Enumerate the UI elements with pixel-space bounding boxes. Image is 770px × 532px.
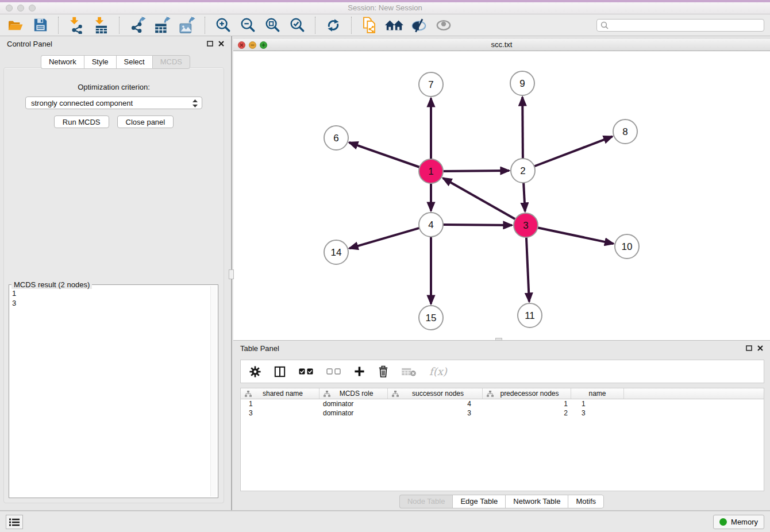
export-table-button[interactable] [152, 17, 172, 34]
deselect-all-button[interactable] [326, 368, 341, 375]
graph-node-14[interactable]: 14 [324, 240, 348, 264]
save-session-button[interactable] [30, 17, 50, 34]
tab-select[interactable]: Select [116, 55, 152, 69]
refresh-view-button[interactable] [324, 17, 343, 34]
criterion-select[interactable]: strongly connected component [25, 97, 202, 109]
show-all-button[interactable] [434, 17, 453, 34]
show-column-panel-button[interactable] [274, 366, 286, 377]
hide-eye-icon [411, 17, 427, 33]
result-scrollbar[interactable] [210, 286, 217, 496]
cell-predecessor-nodes[interactable]: 1 [483, 400, 571, 408]
cell-successor-nodes[interactable]: 3 [388, 409, 483, 417]
graph-node-9[interactable]: 9 [510, 71, 534, 95]
column-header-shared-name[interactable]: shared name [241, 388, 319, 399]
hide-selected-button[interactable] [409, 17, 429, 34]
cell-name[interactable]: 1 [571, 400, 624, 408]
tab-motifs[interactable]: Motifs [568, 495, 604, 508]
graph-edge-4-3[interactable] [443, 225, 512, 225]
graph-edge-1-2[interactable] [443, 171, 509, 171]
import-table-button[interactable] [91, 17, 111, 34]
graph-edge-3-10[interactable] [538, 228, 614, 244]
graph-node-7[interactable]: 7 [419, 72, 443, 97]
graph-edge-3-1[interactable] [443, 178, 515, 219]
search-input[interactable] [611, 21, 760, 29]
graph-edge-1-6[interactable] [349, 142, 420, 167]
float-panel-icon[interactable] [746, 345, 752, 351]
table-row[interactable]: 3 dominator 3 2 3 [241, 408, 764, 418]
tab-mcds[interactable]: MCDS [152, 55, 190, 69]
status-bar: Memory [0, 510, 770, 532]
sidebar-divider-handle[interactable] [229, 269, 234, 279]
graph-edge-2-3[interactable] [523, 183, 525, 211]
graph-node-4[interactable]: 4 [419, 213, 443, 237]
tab-network[interactable]: Network [41, 55, 84, 69]
open-session-button[interactable] [6, 17, 25, 34]
graph-node-3[interactable]: 3 [514, 213, 538, 237]
table-panel: Table Panel [233, 340, 770, 510]
graph-edge-2-8[interactable] [534, 137, 613, 167]
graph-node-1[interactable]: 1 [419, 159, 443, 183]
toolbar-search [596, 19, 764, 32]
graph-node-15[interactable]: 15 [419, 306, 443, 330]
tab-style[interactable]: Style [84, 55, 116, 69]
cell-shared-name[interactable]: 3 [241, 409, 319, 417]
graph-node-6[interactable]: 6 [324, 126, 348, 150]
export-image-icon [179, 17, 195, 34]
zoom-in-button[interactable] [213, 17, 233, 34]
zoom-selected-button[interactable] [287, 17, 307, 34]
graph-edge-3-11[interactable] [526, 237, 529, 302]
export-network-button[interactable] [128, 17, 147, 34]
graph-node-10[interactable]: 10 [615, 234, 639, 259]
column-header-successor-nodes[interactable]: successor nodes [388, 388, 483, 399]
show-eye-icon [436, 18, 452, 33]
cell-mcds-role[interactable]: dominator [319, 409, 388, 417]
column-header-mcds-role[interactable]: MCDS role [319, 388, 388, 399]
close-panel-icon[interactable] [218, 41, 224, 47]
tab-network-table[interactable]: Network Table [505, 495, 568, 508]
graph-node-2[interactable]: 2 [511, 159, 535, 183]
first-neighbors-button[interactable] [384, 17, 404, 34]
delete-column-button[interactable] [378, 365, 388, 377]
network-graph[interactable]: 7968124314101511 [233, 51, 770, 340]
graph-edge-4-14[interactable] [349, 228, 419, 248]
tab-edge-table[interactable]: Edge Table [452, 495, 505, 508]
table-settings-button[interactable] [249, 366, 261, 377]
close-panel-icon[interactable] [757, 345, 763, 351]
column-header-name[interactable]: name [571, 388, 624, 399]
checked-box-icon [299, 368, 305, 375]
network-window-title: scc.txt [233, 38, 770, 51]
import-network-button[interactable] [67, 17, 86, 34]
cell-name[interactable]: 3 [571, 409, 624, 417]
cell-shared-name[interactable]: 1 [241, 400, 319, 408]
select-all-button[interactable] [299, 368, 313, 375]
zoom-out-icon [240, 17, 256, 33]
clone-network-button[interactable] [360, 17, 379, 34]
svg-text:10: 10 [622, 241, 633, 252]
table-panel-title: Table Panel [240, 344, 279, 353]
control-panel-title: Control Panel [7, 40, 52, 48]
select-stepper-icon [192, 99, 198, 107]
toolbar-separator [119, 17, 120, 34]
delete-table-icon [402, 367, 416, 376]
cell-predecessor-nodes[interactable]: 2 [483, 409, 571, 417]
column-header-predecessor-nodes[interactable]: predecessor nodes [483, 388, 571, 399]
graph-edge-2-9[interactable] [522, 97, 523, 159]
zoom-fit-button[interactable] [263, 17, 282, 34]
toolbar-separator [351, 17, 352, 34]
task-history-button[interactable] [6, 515, 23, 529]
cell-mcds-role[interactable]: dominator [319, 400, 388, 408]
graph-node-8[interactable]: 8 [613, 119, 637, 144]
float-panel-icon[interactable] [207, 41, 213, 47]
tab-node-table[interactable]: Node Table [399, 495, 453, 508]
create-column-button[interactable] [354, 366, 365, 377]
cell-successor-nodes[interactable]: 4 [388, 400, 483, 408]
export-image-button[interactable] [177, 17, 197, 34]
mcds-result-text[interactable]: 1 3 [12, 288, 209, 495]
run-mcds-button[interactable]: Run MCDS [54, 115, 109, 128]
memory-button[interactable]: Memory [713, 515, 764, 529]
zoom-out-button[interactable] [238, 17, 257, 34]
table-row[interactable]: 1 dominator 4 1 1 [241, 399, 764, 408]
close-panel-button[interactable]: Close panel [117, 115, 174, 128]
network-canvas[interactable]: 7968124314101511 [233, 51, 770, 340]
graph-node-11[interactable]: 11 [518, 303, 542, 327]
